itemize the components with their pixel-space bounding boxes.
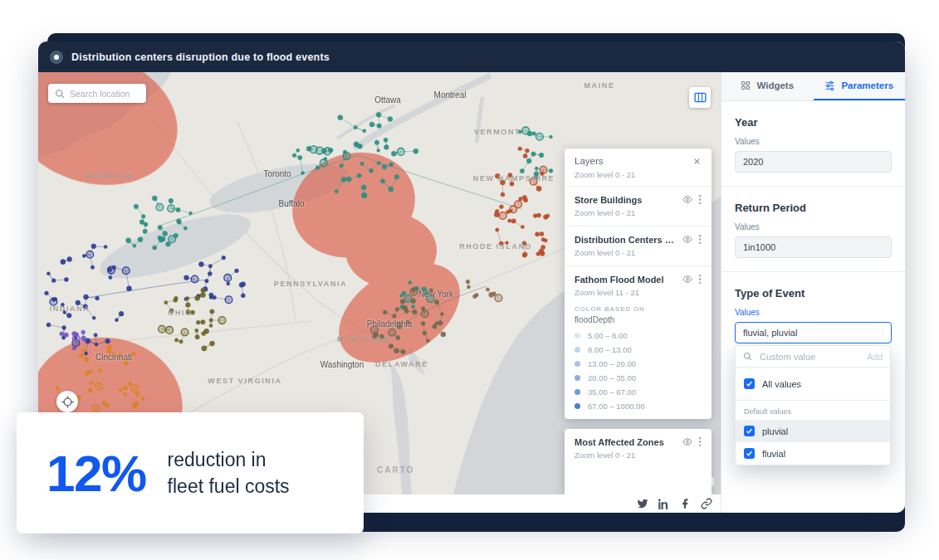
search-location-box[interactable] bbox=[48, 84, 146, 103]
parameters-sliders-icon bbox=[824, 80, 835, 91]
layer-name: Fathom Flood Model bbox=[575, 275, 664, 285]
layer-item-most-affected-zones[interactable]: Most Affected Zones Zoom level 0 - 21 bbox=[565, 429, 712, 468]
parameter-year: Year Values bbox=[735, 116, 892, 173]
layer-menu-kebab-icon[interactable] bbox=[698, 194, 702, 205]
legend-dot bbox=[575, 389, 580, 395]
section-title: Type of Event bbox=[735, 287, 892, 299]
sidebar-tabs: Widgets Parameters bbox=[721, 72, 905, 101]
basemap-icon bbox=[693, 90, 707, 105]
legend-dot bbox=[575, 403, 580, 409]
layer-zoom-range: Zoom level 0 - 21 bbox=[565, 170, 712, 186]
crosshair-icon bbox=[61, 396, 74, 408]
custom-value-input[interactable] bbox=[758, 351, 861, 363]
linkedin-icon[interactable] bbox=[658, 499, 669, 509]
layer-zoom-range: Zoom level 0 - 21 bbox=[575, 208, 702, 217]
layer-item-store-buildings[interactable]: Store Buildings Zoom level 0 - 21 bbox=[565, 187, 712, 226]
section-title: Year bbox=[735, 116, 892, 129]
legend-item: 20.00 – 35.00 bbox=[575, 373, 702, 382]
search-icon bbox=[55, 89, 65, 99]
values-label: Values bbox=[735, 222, 892, 231]
type-of-event-value-input[interactable] bbox=[735, 322, 892, 343]
tab-label: Parameters bbox=[841, 80, 893, 90]
facebook-icon[interactable] bbox=[679, 498, 691, 509]
layer-item-distribution-centers[interactable]: Distribution Centers B... Zoom level 0 -… bbox=[565, 226, 712, 265]
color-based-on-label: COLOR BASED ON bbox=[575, 305, 702, 313]
layer-zoom-range: Zoom level 0 - 21 bbox=[575, 450, 702, 460]
legend-dot bbox=[575, 333, 580, 338]
legend-item: 5.00 – 8.00 bbox=[575, 331, 702, 340]
option-fluvial[interactable]: fluvial bbox=[736, 442, 890, 465]
app-logo-icon bbox=[50, 51, 63, 64]
option-label: All values bbox=[762, 379, 801, 389]
legend-dot bbox=[575, 375, 580, 381]
option-pluvial[interactable]: pluvial bbox=[736, 420, 890, 442]
layer-zoom-range: Zoom level 11 - 21 bbox=[575, 288, 702, 297]
kpi-value: 12% bbox=[46, 444, 146, 503]
titlebar: Distribution centers disruption due to f… bbox=[38, 41, 905, 72]
divider bbox=[721, 271, 905, 272]
divider bbox=[721, 186, 905, 187]
layers-panel-header: Layers bbox=[565, 149, 712, 170]
layer-menu-kebab-icon[interactable] bbox=[698, 436, 702, 447]
legend-item: 67.00 – 1000.00 bbox=[575, 402, 702, 411]
page: Distribution centers disruption due to f… bbox=[0, 0, 939, 560]
kpi-description: reduction in fleet fuel costs bbox=[168, 446, 290, 499]
locate-button[interactable] bbox=[56, 391, 78, 412]
twitter-icon[interactable] bbox=[637, 498, 648, 509]
add-button[interactable]: Add bbox=[867, 352, 883, 362]
layer-menu-kebab-icon[interactable] bbox=[698, 234, 702, 245]
checkbox-checked-icon[interactable] bbox=[744, 448, 755, 459]
year-value-input[interactable] bbox=[735, 151, 892, 173]
window-title: Distribution centers disruption due to f… bbox=[71, 51, 330, 63]
layers-panel-main: Layers Zoom level 0 - 21 Store Buildings bbox=[565, 149, 712, 419]
kpi-card: 12% reduction in fleet fuel costs bbox=[17, 412, 364, 533]
option-label: fluvial bbox=[762, 449, 785, 459]
right-sidebar: Widgets Parameters Year Values bbox=[721, 72, 905, 513]
custom-value-row[interactable]: Add bbox=[736, 346, 890, 368]
layer-item-fathom-flood-model[interactable]: Fathom Flood Model Zoom level 11 - 21 CO… bbox=[565, 266, 712, 419]
flood-depth-legend: 5.00 – 8.00 8.00 – 13.00 13.00 – 20.00 2… bbox=[575, 331, 702, 411]
visibility-eye-icon[interactable] bbox=[682, 195, 693, 204]
layer-name: Most Affected Zones bbox=[575, 437, 664, 447]
section-title: Return Period bbox=[735, 202, 892, 214]
close-icon[interactable] bbox=[692, 157, 702, 166]
legend-item: 13.00 – 20.00 bbox=[575, 359, 702, 368]
layer-name: Store Buildings bbox=[575, 195, 642, 205]
tab-widgets[interactable]: Widgets bbox=[721, 72, 814, 100]
checkbox-checked-icon[interactable] bbox=[744, 378, 755, 389]
layer-name: Distribution Centers B... bbox=[575, 235, 677, 245]
layer-menu-kebab-icon[interactable] bbox=[698, 274, 702, 285]
carto-watermark: CARTO bbox=[377, 465, 414, 475]
option-label: pluvial bbox=[762, 426, 788, 436]
type-of-event-dropdown: Add All values Default values pluvial bbox=[735, 345, 891, 465]
share-link-icon[interactable] bbox=[701, 498, 712, 509]
values-label: Values bbox=[735, 308, 892, 317]
default-values-group-label: Default values bbox=[736, 401, 890, 420]
search-icon bbox=[743, 352, 752, 361]
visibility-eye-icon[interactable] bbox=[682, 275, 693, 284]
layers-panel: Layers Zoom level 0 - 21 Store Buildings bbox=[565, 149, 712, 494]
return-period-value-input[interactable] bbox=[735, 236, 892, 258]
tab-label: Widgets bbox=[756, 80, 794, 90]
visibility-eye-icon[interactable] bbox=[682, 437, 693, 446]
layer-zoom-range: Zoom level 0 - 21 bbox=[575, 248, 702, 257]
all-values-option[interactable]: All values bbox=[736, 373, 890, 395]
widgets-grid-icon bbox=[741, 80, 751, 90]
legend-dot bbox=[575, 347, 580, 353]
layers-panel-title: Layers bbox=[575, 156, 604, 166]
legend-item: 8.00 – 13.00 bbox=[575, 345, 702, 354]
basemap-switch-button[interactable] bbox=[689, 87, 711, 108]
tab-parameters[interactable]: Parameters bbox=[814, 72, 906, 100]
search-location-input[interactable] bbox=[70, 89, 139, 99]
parameters-body: Year Values Return Period Values Type of… bbox=[721, 101, 905, 513]
parameter-type-of-event: Type of Event Values Add All valu bbox=[735, 287, 892, 343]
legend-item: 35.00 – 67.00 bbox=[575, 387, 702, 397]
checkbox-checked-icon[interactable] bbox=[744, 426, 755, 436]
layers-panel-most-affected: Most Affected Zones Zoom level 0 - 21 bbox=[565, 429, 712, 494]
color-field-name: floodDepth bbox=[575, 315, 702, 324]
parameter-return-period: Return Period Values bbox=[735, 202, 892, 258]
values-label: Values bbox=[735, 137, 892, 146]
legend-dot bbox=[575, 361, 580, 367]
visibility-eye-icon[interactable] bbox=[682, 235, 693, 244]
